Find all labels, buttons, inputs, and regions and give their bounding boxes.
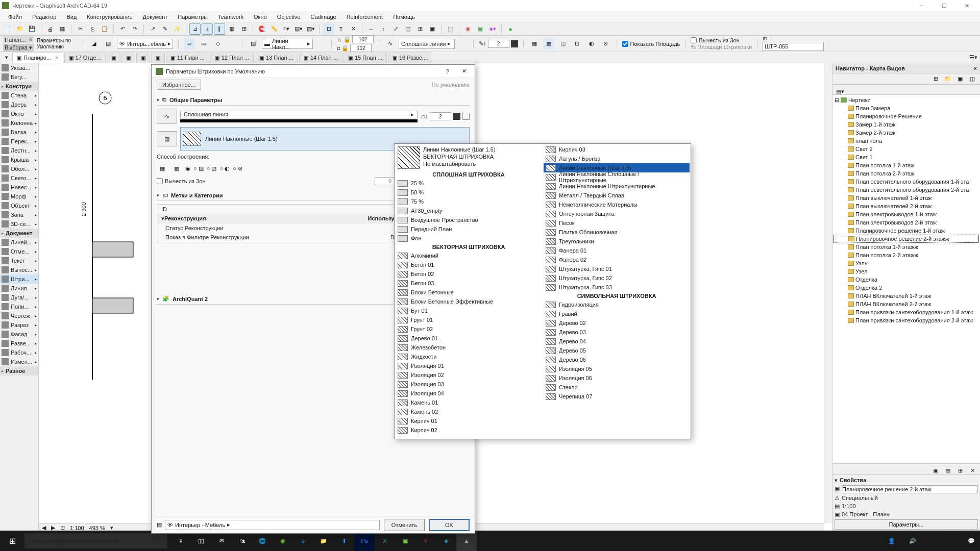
fill6-icon[interactable]: ⊗	[600, 38, 611, 49]
fill1-icon[interactable]: ▦	[529, 38, 540, 49]
dlg-pen-input[interactable]	[430, 112, 451, 120]
app3-icon[interactable]: ▣	[395, 531, 415, 551]
hatch-option[interactable]: Металл / Твердый Сплав	[544, 191, 690, 200]
geom2-icon[interactable]: ▭	[198, 38, 209, 49]
tool-Рабоч...[interactable]: Рабоч...▸	[0, 348, 38, 357]
redo-icon[interactable]: ↷	[129, 23, 140, 35]
fill-icon[interactable]: ▨	[248, 38, 259, 49]
hatch-mode2-icon[interactable]: ▨	[103, 38, 114, 49]
hatch-option[interactable]: Грунт 02	[396, 324, 542, 334]
view1-icon[interactable]: ⊡	[323, 23, 334, 35]
taskview-icon[interactable]: ▯▯	[191, 531, 211, 551]
pen-input[interactable]	[488, 40, 509, 48]
pencil-icon[interactable]: ✎	[159, 23, 170, 35]
dim1-icon[interactable]: ↔	[365, 23, 377, 35]
hatch-option[interactable]: Жидкости	[396, 352, 542, 361]
tool-Фасад[interactable]: Фасад▸	[0, 330, 38, 339]
dim1-input[interactable]	[352, 35, 374, 43]
tab-5[interactable]: ▣	[151, 53, 165, 63]
nav-item[interactable]: План потолка 2-й этаж	[834, 169, 979, 178]
nav-item[interactable]: План потолка 2-й этажж	[834, 251, 979, 259]
taskbar-search[interactable]: Поиск в Яндексе и на компьютере	[24, 533, 167, 548]
nav-params-button[interactable]: Параметры...	[835, 519, 978, 530]
hatch-option[interactable]: Штукатурка, Гипс 01	[544, 264, 690, 273]
nav-item[interactable]: План электровыводов 1-й этаж	[834, 210, 979, 218]
menu-reinforcement[interactable]: Reinforcement	[341, 13, 388, 21]
hatch-option[interactable]: Дерево 03	[544, 328, 690, 337]
pick-icon[interactable]: ↗	[147, 23, 158, 35]
dialog-close-button[interactable]: ✕	[457, 68, 471, 74]
save-icon[interactable]: 💾	[27, 23, 38, 35]
tool-Морф[interactable]: Морф▸	[0, 192, 38, 201]
tool-Вынос...[interactable]: Вынос...▸	[0, 265, 38, 274]
tool-Объект[interactable]: Объект▸	[0, 201, 38, 210]
nav-item[interactable]: План выключателей 1-й этаж	[834, 194, 979, 202]
app4-icon[interactable]: ◈	[436, 531, 456, 551]
mode-radio5[interactable]: ○ ⊗	[233, 165, 242, 172]
nav-item[interactable]: Свет 2	[834, 145, 979, 153]
hatch-option[interactable]: Дерево 04	[544, 337, 690, 346]
cut-icon[interactable]: ✂	[75, 23, 86, 35]
snap2-icon[interactable]: ⟂	[202, 23, 213, 35]
c1-icon[interactable]: ◉	[462, 23, 474, 35]
nav-item[interactable]: Замер 2-й этаж	[834, 129, 979, 137]
minimize-button[interactable]: ─	[911, 1, 933, 11]
line-preview-icon[interactable]: ∿	[157, 109, 177, 124]
tool-Указа...[interactable]: Указа...	[0, 63, 38, 72]
hatch-option[interactable]: Воздушное Пространство	[396, 215, 542, 224]
tool-Бегу...[interactable]: Бегу...	[0, 72, 38, 82]
hatch-option[interactable]: Треугольники	[544, 237, 690, 246]
tab-6[interactable]: ▣ 11 План ...	[166, 53, 209, 63]
tab-11[interactable]: ▣ 16 Разве...	[388, 53, 431, 63]
line-dropdown[interactable]: ▬ Линии Накл... ▸	[262, 39, 313, 49]
mode2-icon[interactable]: ▩	[171, 163, 182, 174]
panel-tab1[interactable]: Панел...	[5, 37, 26, 43]
hatch-option[interactable]: 75 %	[396, 197, 542, 206]
tool-Зона[interactable]: Зона▸	[0, 210, 38, 219]
hatch-option[interactable]: Гидроизоляция	[544, 300, 690, 309]
tab-1[interactable]: ▣ 17 Отде...	[64, 53, 106, 63]
tool-Навес...[interactable]: Навес...▸	[0, 183, 38, 192]
hatch-option[interactable]: Камень 01	[396, 398, 542, 407]
lock1-icon[interactable]: 🔒	[344, 36, 351, 43]
nav-item[interactable]: План осветительного оборудования 2-й эта	[834, 186, 979, 194]
tray-net-icon[interactable]: 🖧	[899, 538, 905, 544]
tab-8[interactable]: ▣ 13 План ...	[255, 53, 298, 63]
tray-notif-icon[interactable]: 💬	[968, 538, 975, 544]
nav-item[interactable]: План привязки сантехоборудования 1-й эта…	[834, 308, 979, 316]
vscrollbar[interactable]	[824, 63, 832, 523]
dlg-pen-swatch2[interactable]	[462, 113, 470, 120]
hatch-option[interactable]: Дерево 02	[544, 318, 690, 328]
stack-icon[interactable]: ≡▾	[281, 23, 292, 35]
navtb4-icon[interactable]: ◫	[967, 73, 978, 85]
tool-Лестн...[interactable]: Лестн...▸	[0, 146, 38, 155]
fill3-icon[interactable]: ◫	[557, 38, 569, 49]
rec-icon[interactable]: ●	[505, 23, 516, 35]
hatch-option[interactable]: Кирпич 03	[544, 145, 690, 154]
hatch-option[interactable]: Бут 01	[396, 306, 542, 315]
tool-Измен...[interactable]: Измен...▸	[0, 357, 38, 366]
tab-0[interactable]: ▣ Планиро...×	[12, 53, 63, 63]
magic-icon[interactable]: ✨	[172, 23, 183, 35]
tool-Стена[interactable]: Стена▸	[0, 91, 38, 100]
nav-close-icon[interactable]: ×	[974, 65, 977, 71]
nav-item[interactable]: План выключателей 2-й этаж	[834, 202, 979, 210]
hatch-option[interactable]: Камень 02	[396, 407, 542, 416]
hatch-option[interactable]: Блоки Бетонные	[396, 288, 542, 297]
hatch-option[interactable]: Дерево 01	[396, 334, 542, 343]
tool-Перек...[interactable]: Перек...▸	[0, 137, 38, 146]
hatch-option[interactable]: Бетон 01	[396, 260, 542, 269]
linetype-icon[interactable]: ∿	[384, 38, 396, 49]
hatch-mode1-icon[interactable]: ◢	[88, 38, 100, 49]
hatch-option[interactable]: Кирпич 01	[396, 416, 542, 425]
snap1-icon[interactable]: ⊿	[189, 23, 201, 35]
tab-2[interactable]: ▣	[107, 53, 120, 63]
menu-help[interactable]: Помощь	[388, 13, 420, 21]
panel-tab2[interactable]: Выборка	[5, 44, 28, 51]
tab-3[interactable]: ▣	[121, 53, 135, 63]
hatch-option[interactable]: Бетон 03	[396, 279, 542, 288]
hatch-option[interactable]: Фанера 01	[544, 246, 690, 255]
panel-close-icon[interactable]: ×	[29, 37, 32, 43]
hatch-option[interactable]: Изоляция 01	[396, 361, 542, 370]
cancel-button[interactable]: Отменить	[384, 519, 425, 531]
